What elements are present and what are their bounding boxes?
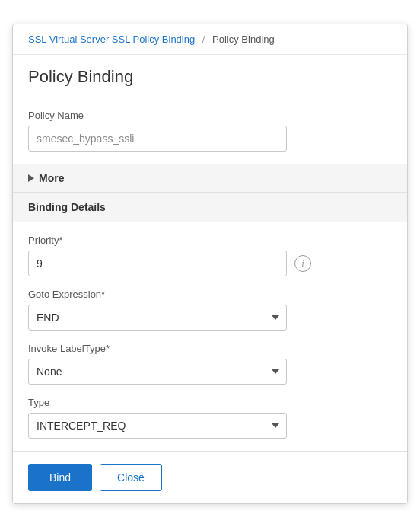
goto-expression-select[interactable]: END NEXT USE_INVOCATION_RESULT xyxy=(28,305,287,331)
more-triangle-icon xyxy=(28,174,34,182)
policy-binding-modal: SSL Virtual Server SSL Policy Binding / … xyxy=(12,24,408,504)
binding-details-header: Binding Details xyxy=(13,193,407,222)
priority-row: i xyxy=(28,251,392,276)
invoke-labeltype-label: Invoke LabelType* xyxy=(28,343,392,354)
more-label: More xyxy=(39,172,64,184)
goto-expression-field: Goto Expression* END NEXT USE_INVOCATION… xyxy=(28,289,392,331)
type-field: Type INTERCEPT_REQ INTERCEPT_RES BYPASS xyxy=(28,397,392,439)
invoke-labeltype-field: Invoke LabelType* None reqvserver resvse… xyxy=(28,343,392,385)
close-button[interactable]: Close xyxy=(100,464,162,491)
page-title-section: Policy Binding xyxy=(13,55,407,97)
binding-details-title: Binding Details xyxy=(28,201,106,213)
footer-actions: Bind Close xyxy=(13,451,407,503)
goto-expression-select-wrapper: END NEXT USE_INVOCATION_RESULT xyxy=(28,305,287,331)
policy-name-input[interactable] xyxy=(28,126,287,152)
page-title: Policy Binding xyxy=(28,67,392,87)
bind-button[interactable]: Bind xyxy=(28,464,92,491)
priority-info-icon[interactable]: i xyxy=(294,255,311,272)
priority-label: Priority* xyxy=(28,235,392,246)
priority-field: Priority* i xyxy=(28,235,392,276)
policy-name-label: Policy Name xyxy=(28,110,392,121)
breadcrumb-separator: / xyxy=(202,34,205,45)
type-select[interactable]: INTERCEPT_REQ INTERCEPT_RES BYPASS xyxy=(28,413,287,439)
priority-input[interactable] xyxy=(28,251,287,276)
invoke-labeltype-select[interactable]: None reqvserver resvserver policylabel xyxy=(28,359,287,385)
more-toggle[interactable]: More xyxy=(13,164,407,193)
breadcrumb-link[interactable]: SSL Virtual Server SSL Policy Binding xyxy=(28,34,195,45)
breadcrumb: SSL Virtual Server SSL Policy Binding / … xyxy=(13,24,407,55)
breadcrumb-current: Policy Binding xyxy=(212,34,275,45)
type-label: Type xyxy=(28,397,392,408)
invoke-labeltype-select-wrapper: None reqvserver resvserver policylabel xyxy=(28,359,287,385)
goto-expression-label: Goto Expression* xyxy=(28,289,392,300)
policy-name-section: Policy Name xyxy=(13,97,407,164)
binding-form: Priority* i Goto Expression* END NEXT US… xyxy=(13,222,407,451)
type-select-wrapper: INTERCEPT_REQ INTERCEPT_RES BYPASS xyxy=(28,413,287,439)
